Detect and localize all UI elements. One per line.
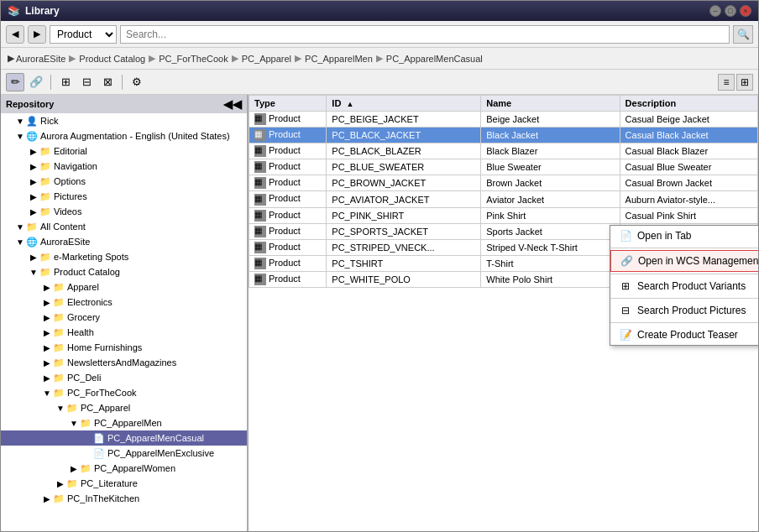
sidebar-item-product-catalog[interactable]: ▼📁Product Catalog (1, 264, 247, 279)
tree-toggle[interactable]: ▶ (41, 326, 53, 338)
sidebar-item-aurora-aug[interactable]: ▼🌐Aurora Augmentation - English (United … (1, 128, 247, 143)
tile-view-button[interactable]: ⊞ (736, 74, 753, 91)
table-row[interactable]: ▦ProductPC_AVIATOR_JACKETAviator JacketA… (249, 191, 758, 207)
tree-icon: 📁 (26, 222, 38, 232)
context-menu-item-search-pictures[interactable]: ⊟ Search Product Pictures (610, 300, 758, 321)
tree-label: PC_Literature (81, 478, 138, 488)
back-button[interactable]: ◀ (6, 25, 24, 44)
sidebar-item-rick[interactable]: ▼👤Rick (1, 113, 247, 128)
tree-toggle[interactable]: ▶ (41, 296, 53, 308)
tree-toggle[interactable]: ▼ (14, 236, 26, 248)
col-id[interactable]: ID ▲ (327, 96, 481, 112)
sidebar-item-pc-deli[interactable]: ▶📁PC_Deli (1, 370, 247, 385)
maximize-button[interactable]: □ (725, 5, 736, 17)
tree-toggle[interactable]: ▼ (68, 417, 80, 429)
tree-toggle[interactable]: ▶ (28, 190, 39, 202)
context-menu-label-open-tab: Open in Tab (637, 230, 692, 242)
tree-toggle[interactable]: ▶ (41, 311, 53, 323)
sidebar-item-electronics[interactable]: ▶📁Electronics (1, 295, 247, 310)
action-button[interactable]: ⚙ (128, 73, 146, 91)
sidebar-item-emarketing[interactable]: ▶📁e-Marketing Spots (1, 249, 247, 264)
cell-description: Casual Pink Shirt (620, 207, 757, 223)
sidebar-item-newsletters[interactable]: ▶📁NewslettersAndMagazines (1, 355, 247, 370)
close-button[interactable]: × (740, 5, 751, 17)
grid3-button[interactable]: ⊠ (98, 73, 117, 91)
breadcrumb-item-2[interactable]: PC_ForTheCook (159, 54, 228, 64)
grid2-button[interactable]: ⊟ (77, 73, 96, 91)
sidebar-item-navigation[interactable]: ▶📁Navigation (1, 159, 247, 174)
table-row[interactable]: ▦ProductPC_BLUE_SWEATERBlue SweaterCasua… (249, 159, 758, 175)
tree-toggle[interactable]: ▶ (28, 160, 39, 172)
context-menu-item-create-teaser[interactable]: 📝 Create Product Teaser (610, 325, 758, 345)
repository-label: Repository (6, 99, 54, 109)
sidebar-item-pictures[interactable]: ▶📁Pictures (1, 189, 247, 204)
tree-toggle[interactable] (81, 432, 93, 444)
context-menu-item-search-variants[interactable]: ⊞ Search Product Variants (610, 276, 758, 296)
sidebar-item-pc-apparel[interactable]: ▼📁PC_Apparel (1, 400, 247, 415)
tree-toggle[interactable]: ▼ (28, 266, 39, 278)
tree-toggle[interactable]: ▶ (41, 372, 53, 383)
sidebar-item-pc-inthekitchen[interactable]: ▶📁PC_InTheKitchen (1, 491, 247, 506)
sidebar-item-all-content[interactable]: ▼📁All Content (1, 219, 247, 234)
sidebar-item-editorial[interactable]: ▶📁Editorial (1, 143, 247, 159)
list-view-button[interactable]: ≡ (718, 74, 735, 91)
tree-icon: 📁 (53, 493, 65, 504)
table-row[interactable]: ▦ProductPC_BLACK_JACKETBlack JacketCasua… (249, 128, 758, 143)
breadcrumb-item-0[interactable]: AuroraESite (16, 54, 65, 64)
tree-toggle[interactable]: ▼ (14, 221, 26, 232)
sidebar-item-aurorasite[interactable]: ▼🌐AuroraESite (1, 234, 247, 249)
tree-toggle[interactable]: ▶ (41, 493, 53, 504)
breadcrumb-item-5[interactable]: PC_ApparelMenCasual (386, 54, 483, 64)
context-menu-item-open-tab[interactable]: 📄 Open in Tab (610, 226, 758, 246)
link-button[interactable]: 🔗 (27, 73, 45, 91)
tree-toggle[interactable]: ▶ (55, 477, 66, 489)
search-input[interactable] (120, 25, 730, 44)
sidebar-item-pc-apparelmenexclusive[interactable]: 📄PC_ApparelMenExclusive (1, 446, 247, 461)
sidebar-item-pc-forthecook[interactable]: ▼📁PC_ForTheCook (1, 385, 247, 400)
col-description[interactable]: Description (620, 96, 757, 112)
sidebar-tree[interactable]: ▼👤Rick▼🌐Aurora Augmentation - English (U… (1, 113, 247, 531)
table-row[interactable]: ▦ProductPC_PINK_SHIRTPink ShirtCasual Pi… (249, 207, 758, 223)
tree-toggle[interactable]: ▼ (14, 130, 26, 142)
tree-toggle[interactable]: ▶ (28, 145, 39, 157)
tree-toggle[interactable]: ▼ (55, 402, 66, 414)
sidebar-item-grocery[interactable]: ▶📁Grocery (1, 310, 247, 325)
breadcrumb-item-4[interactable]: PC_ApparelMen (305, 54, 373, 64)
tree-label: Grocery (67, 312, 100, 322)
tree-toggle[interactable]: ▶ (28, 175, 39, 187)
sidebar-item-apparel[interactable]: ▶📁Apparel (1, 279, 247, 295)
col-type[interactable]: Type (249, 96, 327, 112)
forward-button[interactable]: ▶ (28, 25, 46, 44)
sidebar-item-pc-apparelmencasual[interactable]: 📄PC_ApparelMenCasual (1, 430, 247, 446)
breadcrumb-item-3[interactable]: PC_Apparel (242, 54, 291, 64)
sidebar-collapse-button[interactable]: ◀◀ (223, 97, 242, 111)
tree-toggle[interactable]: ▼ (41, 387, 53, 399)
tree-toggle[interactable]: ▶ (41, 342, 53, 353)
tree-toggle[interactable]: ▼ (14, 115, 26, 127)
table-row[interactable]: ▦ProductPC_BLACK_BLAZERBlack BlazerCasua… (249, 143, 758, 159)
sidebar-item-health[interactable]: ▶📁Health (1, 325, 247, 340)
tree-toggle[interactable]: ▶ (28, 251, 39, 263)
tree-toggle[interactable]: ▶ (41, 357, 53, 368)
tree-toggle[interactable]: ▶ (68, 462, 80, 474)
table-row[interactable]: ▦ProductPC_BROWN_JACKETBrown JacketCasua… (249, 175, 758, 191)
sidebar-item-pc-literature[interactable]: ▶📁PC_Literature (1, 476, 247, 491)
tree-toggle[interactable]: ▶ (41, 281, 53, 293)
sidebar-item-pc-apparelwomen[interactable]: ▶📁PC_ApparelWomen (1, 461, 247, 476)
minimize-button[interactable]: – (709, 5, 721, 17)
grid1-button[interactable]: ⊞ (56, 73, 75, 91)
sidebar-item-videos[interactable]: ▶📁Videos (1, 204, 247, 219)
sidebar-item-options[interactable]: ▶📁Options (1, 174, 247, 189)
table-row[interactable]: ▦ProductPC_BEIGE_JACKETBeige JacketCasua… (249, 112, 758, 128)
sidebar-item-home-furnishings[interactable]: ▶📁Home Furnishings (1, 340, 247, 355)
context-menu-item-open-wcs[interactable]: 🔗 Open in WCS Management (610, 250, 758, 272)
toolbar-divider (50, 75, 51, 90)
col-name[interactable]: Name (481, 96, 620, 112)
tree-toggle[interactable] (81, 447, 93, 459)
breadcrumb-item-1[interactable]: Product Catalog (79, 54, 145, 64)
type-select[interactable]: Product (50, 25, 117, 44)
tree-toggle[interactable]: ▶ (28, 206, 39, 217)
sidebar-item-pc-apparelmen[interactable]: ▼📁PC_ApparelMen (1, 415, 247, 430)
search-button[interactable]: 🔍 (733, 25, 753, 44)
edit-button[interactable]: ✏ (6, 73, 24, 91)
